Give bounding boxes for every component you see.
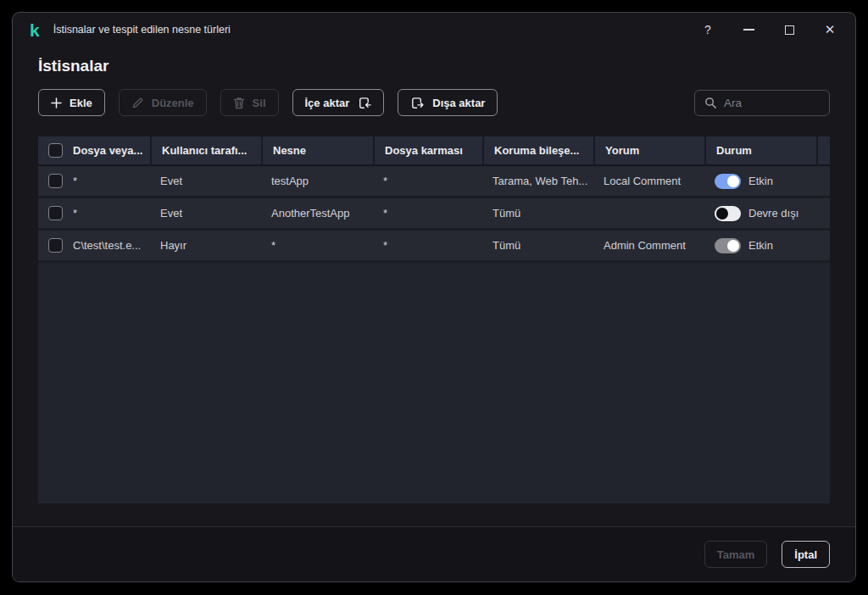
- header-comment[interactable]: Yorum: [593, 136, 704, 164]
- cell-hash: *: [373, 239, 482, 252]
- page-title: İstisnalar: [38, 57, 830, 75]
- row-checkbox[interactable]: [48, 174, 63, 188]
- header-file[interactable]: Dosya veya...: [38, 136, 150, 164]
- minimize-icon: [743, 29, 754, 31]
- status-toggle[interactable]: [715, 174, 741, 189]
- header-component[interactable]: Koruma bileşe...: [482, 136, 593, 164]
- dialog-content: İstisnalar Ekle Düzenle Sil: [13, 47, 855, 503]
- delete-button-label: Sil: [253, 97, 266, 109]
- ok-button: Tamam: [704, 541, 768, 568]
- search-box: [694, 90, 830, 116]
- cell-comment: Admin Comment: [593, 239, 704, 252]
- table-empty-area: [38, 263, 830, 503]
- cell-file: *: [73, 175, 77, 187]
- header-user[interactable]: Kullanıcı tarafı...: [150, 136, 261, 164]
- status-label: Devre dışı: [748, 207, 798, 220]
- import-button[interactable]: İçe aktar: [292, 89, 385, 116]
- import-button-label: İçe aktar: [305, 97, 350, 109]
- titlebar: k İstisnalar ve tespit edilen nesne türl…: [13, 13, 855, 47]
- toolbar: Ekle Düzenle Sil İçe aktar: [38, 89, 830, 116]
- cell-status: Devre dışı: [704, 206, 816, 221]
- export-button-label: Dışa aktar: [432, 97, 485, 109]
- maximize-icon: [785, 25, 794, 35]
- select-all-checkbox[interactable]: [48, 143, 63, 158]
- cell-user: Evet: [150, 207, 261, 220]
- header-hash[interactable]: Dosya karması: [373, 136, 482, 164]
- status-label: Etkin: [748, 239, 773, 252]
- minimize-button[interactable]: [740, 21, 757, 38]
- export-button[interactable]: Dışa aktar: [398, 89, 498, 116]
- edit-button-label: Düzenle: [152, 97, 194, 109]
- table-row[interactable]: C\test\test.e... Hayır * * Tümü Admin Co…: [38, 231, 830, 263]
- status-toggle[interactable]: [715, 206, 741, 221]
- cell-hash: *: [373, 175, 482, 187]
- import-icon: [357, 96, 371, 110]
- close-button[interactable]: ✕: [821, 21, 838, 38]
- delete-button: Sil: [220, 89, 279, 116]
- header-object[interactable]: Nesne: [261, 136, 373, 164]
- kaspersky-logo-icon: k: [30, 21, 39, 39]
- row-checkbox[interactable]: [48, 206, 63, 220]
- cell-object: testApp: [261, 175, 373, 187]
- maximize-button[interactable]: [781, 21, 798, 38]
- cell-status: Etkin: [704, 174, 816, 189]
- trash-icon: [233, 97, 245, 109]
- cell-object: *: [261, 239, 373, 252]
- cell-status: Etkin: [704, 238, 816, 253]
- exclusions-table: Dosya veya... Kullanıcı tarafı... Nesne …: [38, 136, 830, 503]
- cell-user: Evet: [150, 175, 261, 187]
- toggle-knob: [727, 240, 739, 252]
- cell-file: *: [73, 207, 77, 220]
- cell-hash: *: [373, 207, 482, 220]
- export-icon: [410, 96, 425, 110]
- cell-user: Hayır: [150, 239, 261, 252]
- plus-icon: [51, 97, 62, 108]
- cell-object: AnotherTestApp: [261, 207, 373, 220]
- cell-file: C\test\test.e...: [73, 239, 141, 252]
- search-icon: [704, 97, 717, 109]
- toggle-knob: [716, 208, 728, 220]
- cell-component: Tümü: [482, 207, 593, 220]
- cell-component: Tarama, Web Teh...: [482, 175, 593, 187]
- edit-button: Düzenle: [119, 89, 207, 116]
- dialog-window: k İstisnalar ve tespit edilen nesne türl…: [12, 12, 856, 582]
- toggle-knob: [727, 175, 739, 187]
- table-header-row: Dosya veya... Kullanıcı tarafı... Nesne …: [38, 136, 830, 166]
- cancel-button[interactable]: İptal: [782, 541, 830, 568]
- row-checkbox[interactable]: [48, 238, 63, 253]
- pencil-icon: [131, 97, 144, 109]
- close-icon: ✕: [825, 22, 836, 37]
- window-title: İstisnalar ve tespit edilen nesne türler…: [53, 24, 231, 36]
- add-button-label: Ekle: [70, 97, 92, 109]
- help-button[interactable]: ?: [699, 21, 716, 38]
- header-status[interactable]: Durum: [704, 136, 816, 164]
- header-file-label: Dosya veya...: [73, 144, 142, 157]
- cell-component: Tümü: [482, 239, 593, 252]
- cell-comment: Local Comment: [593, 175, 704, 187]
- window-controls: ? ✕: [699, 21, 838, 38]
- table-row[interactable]: * Evet AnotherTestApp * Tümü Devre dışı: [38, 198, 830, 231]
- add-button[interactable]: Ekle: [38, 89, 105, 116]
- status-toggle: [715, 238, 741, 253]
- table-row[interactable]: * Evet testApp * Tarama, Web Teh... Loca…: [38, 166, 830, 198]
- search-input[interactable]: [724, 97, 820, 109]
- status-label: Etkin: [748, 175, 773, 187]
- scrollbar-gutter: [816, 136, 838, 164]
- dialog-footer: Tamam İptal: [13, 526, 855, 581]
